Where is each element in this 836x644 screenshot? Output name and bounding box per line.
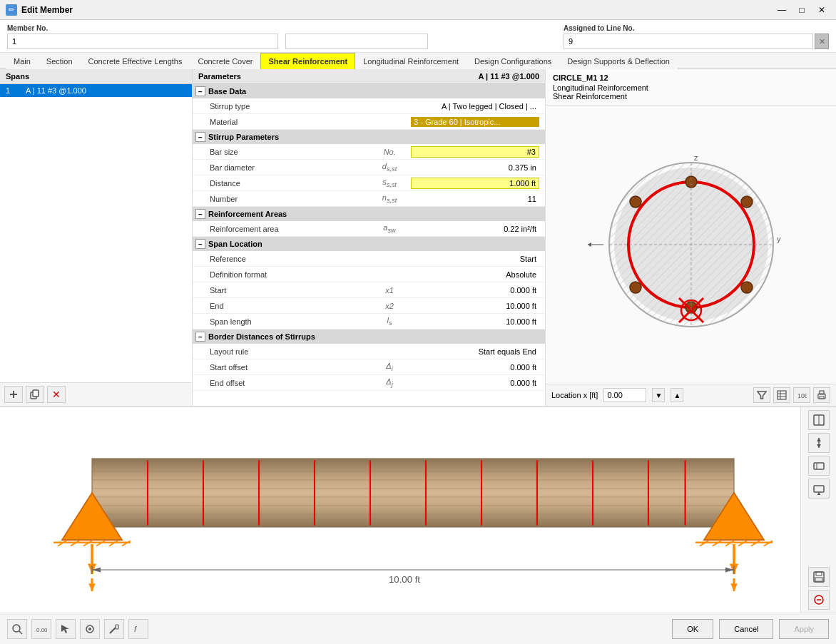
assigned-label: Assigned to Line No. [564,24,829,32]
svg-rect-1 [13,391,14,398]
table-icon-btn[interactable] [773,387,790,403]
section-span-location-label: Span Location [208,240,262,248]
view-button[interactable] [80,619,100,639]
location-input[interactable] [603,388,646,402]
search-button[interactable] [7,619,27,639]
snap-button[interactable]: 0.00 [31,619,51,639]
tool-btn-1[interactable] [808,410,830,430]
svg-point-12 [741,282,753,293]
svg-rect-104 [116,625,118,629]
section-base-data-label: Base Data [208,87,246,96]
svg-line-69 [725,541,734,546]
section-span-location[interactable]: − Span Location [193,237,545,251]
filter-icon-btn[interactable] [753,387,770,403]
print-icon-btn[interactable] [813,387,830,403]
copy-span-button[interactable] [26,386,44,403]
section-base-data[interactable]: − Base Data [193,84,545,98]
main-container: Member No. Assigned to Line No. ✕ Main S… [0,20,836,644]
location-bar: Location x [ft] ▼ ▲ 100 [546,384,836,406]
svg-marker-86 [817,438,821,441]
tab-section[interactable]: Section [39,53,81,69]
member-no-input[interactable] [7,34,278,49]
apply-button[interactable]: Apply [779,619,829,639]
tool-btn-3[interactable] [808,456,830,476]
param-reinf-area: Reinforcement area asw 0.22 in²/ft [193,221,545,237]
tab-main[interactable]: Main [6,53,39,69]
maximize-button[interactable]: □ [793,3,810,17]
toggle-border-dist[interactable]: − [195,332,205,342]
location-up-button[interactable]: ▲ [671,388,683,402]
right-toolbar: 100 [753,387,830,403]
toggle-span-location[interactable]: − [195,239,205,249]
section-stirrup-params[interactable]: − Stirrup Parameters [193,130,545,144]
tab-design-supp[interactable]: Design Supports & Deflection [559,53,678,69]
svg-rect-90 [814,486,824,492]
svg-line-57 [83,541,92,546]
formula-button[interactable]: f [128,619,148,639]
param-layout-rule: Layout rule Start equals End [193,344,545,359]
assigned-input[interactable] [564,34,813,49]
minimize-button[interactable]: — [773,3,790,17]
svg-rect-35 [92,459,734,527]
zoom-icon-btn[interactable]: 100 [793,387,810,403]
spans-header: Spans [0,69,192,84]
tool-button[interactable] [104,619,124,639]
param-material: Material 3 - Grade 60 | Isotropic... [193,114,545,130]
tab-design-conf[interactable]: Design Configurations [467,53,559,69]
ok-button[interactable]: OK [672,619,713,639]
tool-btn-2[interactable] [808,433,830,453]
svg-line-55 [58,541,66,546]
long-reinf-label: Longitudinal Reinforcement [553,83,829,92]
delete-span-button[interactable]: ✕ [47,386,66,403]
footer-right: OK Cancel Apply [672,619,829,639]
tab-concrete-cover[interactable]: Concrete Cover [190,53,260,69]
param-stirrup-type: Stirrup type A | Two legged | Closed | .… [193,98,545,114]
cancel-button[interactable]: Cancel [719,619,773,639]
middle-input[interactable] [285,34,428,49]
param-number: Number ns,st 11 [193,191,545,207]
middle-group [285,24,428,49]
cursor-button[interactable] [56,619,76,639]
span-item[interactable]: 1 A | 11 #3 @1.000 [0,84,192,97]
close-button[interactable]: ✕ [813,3,830,17]
delete-icon-btn[interactable] [808,590,830,610]
tab-concrete-eff[interactable]: Concrete Effective Lengths [81,53,190,69]
svg-point-11 [741,196,753,208]
tab-long-reinf[interactable]: Longitudinal Reinforcement [355,53,467,69]
svg-marker-87 [817,444,821,448]
svg-text:10.00 ft: 10.00 ft [389,574,420,585]
toggle-stirrup-params[interactable]: − [195,132,205,142]
svg-line-70 [738,541,747,546]
center-panel: Parameters A | 11 #3 @1.000 − Base Data … [193,69,546,406]
assigned-row: ✕ [564,34,829,49]
section-reinf-areas-label: Reinforcement Areas [208,210,287,218]
section-border-dist[interactable]: − Border Distances of Stirrups [193,329,545,344]
tool-btn-4[interactable] [808,479,830,499]
param-start-offset: Start offset Δi 0.000 ft [193,359,545,375]
bottom-section: 10.00 ft [0,406,836,613]
section-svg: y z [574,145,809,344]
location-down-button[interactable]: ▼ [652,388,665,402]
tab-shear-reinf[interactable]: Shear Reinforcement [260,53,355,69]
param-span-length: Span length ls 10.000 ft [193,314,545,329]
svg-text:z: z [694,153,698,162]
section-reinf-areas[interactable]: − Reinforcement Areas [193,207,545,221]
add-span-button[interactable] [4,386,23,403]
left-panel-toolbar: ✕ [0,382,192,406]
footer: 0.00 f OK Cancel Apply [0,613,836,644]
window-title: Edit Member [21,5,73,15]
save-icon-btn[interactable] [808,567,830,587]
param-end-offset: End offset Δj 0.000 ft [193,375,545,391]
params-content: − Base Data Stirrup type A | Two legged … [193,84,545,406]
svg-line-98 [19,631,22,634]
svg-line-59 [109,541,118,546]
section-border-dist-label: Border Distances of Stirrups [208,332,315,341]
assigned-clear-button[interactable]: ✕ [815,34,829,49]
toggle-base-data[interactable]: − [195,86,205,96]
svg-marker-76 [730,583,738,591]
param-end: End x2 10.000 ft [193,298,545,314]
toggle-reinf-areas[interactable]: − [195,209,205,219]
section-title: CIRCLE_M1 12 [553,73,829,82]
params-subtitle: A | 11 #3 @1.000 [478,72,539,81]
shear-reinf-label: Shear Reinforcement [553,92,829,101]
